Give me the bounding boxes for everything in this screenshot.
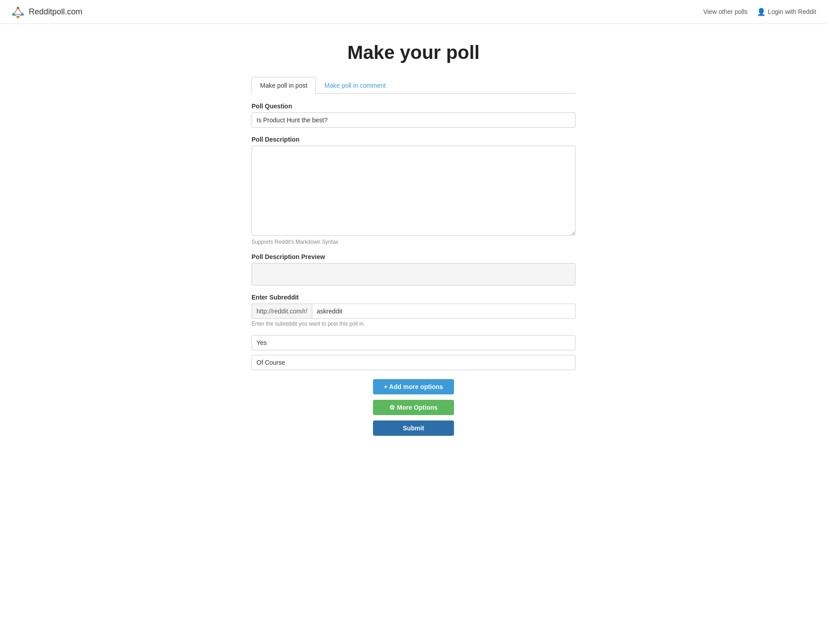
option-1-group bbox=[252, 335, 575, 350]
tab-bar: Make poll in post Make poll in comment bbox=[252, 77, 575, 94]
poll-description-label: Poll Description bbox=[252, 136, 575, 143]
brand-link[interactable]: Redditpoll.com bbox=[11, 4, 82, 19]
poll-question-input[interactable] bbox=[252, 112, 575, 128]
subreddit-input[interactable] bbox=[312, 304, 575, 319]
navbar-right: View other polls 👤 Login with Reddit bbox=[703, 8, 816, 16]
view-polls-link[interactable]: View other polls bbox=[703, 8, 748, 15]
poll-description-preview-label: Poll Description Preview bbox=[252, 253, 575, 260]
poll-description-group: Poll Description Supports Reddit's Markd… bbox=[252, 136, 575, 245]
subreddit-help-text: Enter the subreddit you want to post thi… bbox=[252, 321, 575, 327]
poll-question-label: Poll Question bbox=[252, 103, 575, 110]
svg-line-4 bbox=[13, 8, 18, 14]
subreddit-input-group: http://reddit.com/r/ bbox=[252, 304, 575, 319]
button-row: + Add more options ⚙ More Options Submit bbox=[252, 379, 575, 436]
svg-line-6 bbox=[13, 14, 18, 17]
svg-line-5 bbox=[18, 8, 22, 14]
option-1-input[interactable] bbox=[252, 335, 575, 350]
login-label: Login with Reddit bbox=[768, 8, 816, 15]
main-content: Make your poll Make poll in post Make po… bbox=[243, 24, 584, 463]
subreddit-prefix: http://reddit.com/r/ bbox=[252, 304, 312, 319]
option-2-group bbox=[252, 355, 575, 370]
poll-description-input[interactable] bbox=[252, 146, 575, 236]
subreddit-label: Enter Subreddit bbox=[252, 294, 575, 301]
svg-line-7 bbox=[18, 14, 22, 17]
submit-button[interactable]: Submit bbox=[373, 420, 454, 436]
login-link[interactable]: 👤 Login with Reddit bbox=[757, 8, 816, 16]
subreddit-group: Enter Subreddit http://reddit.com/r/ Ent… bbox=[252, 294, 575, 327]
more-options-button[interactable]: ⚙ More Options bbox=[373, 400, 454, 415]
poll-description-preview-group: Poll Description Preview bbox=[252, 253, 575, 286]
poll-question-group: Poll Question bbox=[252, 103, 575, 128]
add-options-button[interactable]: + Add more options bbox=[373, 379, 454, 394]
tab-make-poll-post[interactable]: Make poll in post bbox=[252, 77, 316, 94]
reddit-icon: 👤 bbox=[757, 8, 766, 16]
option-2-input[interactable] bbox=[252, 355, 575, 370]
brand-icon bbox=[11, 4, 25, 19]
brand-name: Redditpoll.com bbox=[29, 7, 82, 17]
poll-description-preview-box bbox=[252, 263, 575, 286]
tab-make-poll-comment[interactable]: Make poll in comment bbox=[316, 77, 394, 94]
markdown-help-text: Supports Reddit's Markdown Syntax bbox=[252, 239, 575, 245]
navbar: Redditpoll.com View other polls 👤 Login … bbox=[0, 0, 827, 24]
page-title: Make your poll bbox=[252, 42, 575, 63]
